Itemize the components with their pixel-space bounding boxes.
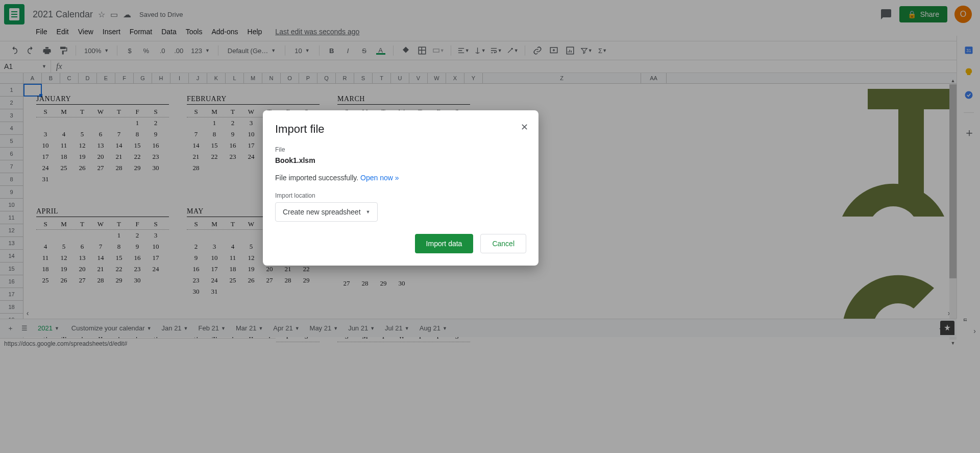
- import-location-label: Import location: [275, 192, 526, 199]
- file-label: File: [275, 146, 526, 153]
- cancel-button[interactable]: Cancel: [480, 234, 526, 253]
- import-file-dialog: ✕ Import file File Book1.xlsm File impor…: [263, 110, 538, 266]
- import-data-button[interactable]: Import data: [415, 234, 474, 253]
- import-location-select[interactable]: Create new spreadsheet▼: [275, 202, 378, 222]
- close-icon[interactable]: ✕: [521, 122, 528, 133]
- filename: Book1.xlsm: [275, 156, 526, 164]
- import-status: File imported successfully. Open now »: [275, 174, 526, 182]
- open-now-link[interactable]: Open now »: [360, 174, 399, 182]
- dialog-title: Import file: [275, 123, 526, 136]
